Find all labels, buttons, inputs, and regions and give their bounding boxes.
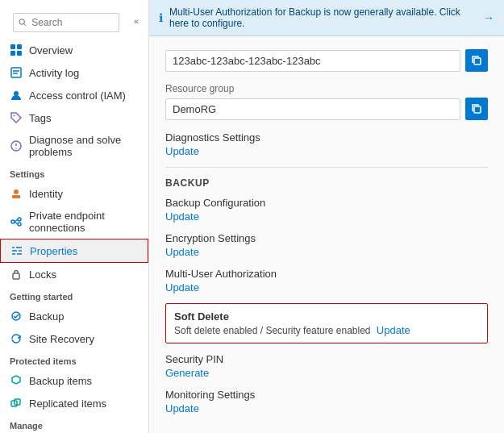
diagnostics-title: Diagnostics Settings <box>165 131 488 144</box>
sidebar-item-label: Access control (IAM) <box>29 90 126 102</box>
sidebar-item-label: Private endpoint connections <box>29 210 140 234</box>
sidebar-item-tags[interactable]: Tags <box>0 106 148 129</box>
svg-rect-15 <box>12 195 20 198</box>
sidebar-item-identity[interactable]: Identity <box>0 182 148 205</box>
encryption-update-link[interactable]: Update <box>165 246 199 258</box>
monitoring-section: Monitoring Settings Update <box>165 389 488 414</box>
security-pin-section: Security PIN Generate <box>165 353 488 379</box>
encryption-title: Encryption Settings <box>165 232 488 244</box>
overview-icon <box>10 44 23 56</box>
notification-bar[interactable]: ℹ Multi-User Authorization for Backup is… <box>149 0 504 36</box>
soft-delete-update-link[interactable]: Update <box>377 324 410 336</box>
identity-icon <box>10 187 23 200</box>
section-manage: Manage <box>0 414 148 433</box>
sidebar-item-label: Backup items <box>29 375 92 387</box>
resource-group-copy-button[interactable] <box>465 98 488 120</box>
multi-user-auth-section: Multi-User Authorization Update <box>165 268 488 294</box>
svg-point-17 <box>18 218 21 221</box>
diagnostics-update-link[interactable]: Update <box>165 145 199 157</box>
sidebar-item-backup-items[interactable]: Backup items <box>0 369 148 392</box>
svg-rect-2 <box>10 44 15 49</box>
activity-log-icon <box>10 66 23 79</box>
backup-items-icon <box>10 374 23 387</box>
sidebar-item-diagnose[interactable]: Diagnose and solve problems <box>0 129 148 163</box>
search-box[interactable] <box>13 13 119 32</box>
diagnostics-section: Diagnostics Settings Update <box>165 131 488 157</box>
multi-user-auth-title: Multi-User Authorization <box>165 268 488 280</box>
diagnose-icon <box>10 139 23 152</box>
tags-icon <box>10 111 23 124</box>
encryption-section: Encryption Settings Update <box>165 232 488 258</box>
svg-point-10 <box>14 115 15 117</box>
sidebar-item-label: Backup <box>29 310 64 323</box>
backup-icon <box>10 310 23 323</box>
svg-rect-3 <box>17 44 22 49</box>
svg-line-1 <box>23 23 26 26</box>
svg-point-13 <box>15 148 17 149</box>
sidebar-item-label: Properties <box>30 245 77 257</box>
sidebar-item-label: Overview <box>29 44 73 56</box>
svg-line-20 <box>15 222 18 224</box>
backup-config-update-link[interactable]: Update <box>165 210 199 223</box>
access-control-icon <box>10 89 23 102</box>
sidebar-item-access-control[interactable]: Access control (IAM) <box>0 84 148 106</box>
svg-point-18 <box>18 223 21 226</box>
sidebar: « Overview Activity log Access control (… <box>0 0 149 433</box>
private-endpoint-icon <box>10 215 23 228</box>
section-getting-started: Getting started <box>0 285 148 305</box>
info-icon: ℹ <box>159 11 163 24</box>
svg-rect-37 <box>474 106 481 113</box>
vault-id-value: 123abc-123abc-123abc-123abc <box>165 50 460 72</box>
backup-section-title: BACKUP <box>165 177 488 189</box>
sidebar-item-properties[interactable]: Properties <box>0 239 148 263</box>
svg-rect-27 <box>13 273 19 279</box>
svg-point-14 <box>14 189 19 194</box>
search-icon <box>19 18 27 27</box>
section-protected-items: Protected items <box>0 350 148 369</box>
vault-id-field: 123abc-123abc-123abc-123abc <box>165 49 488 72</box>
sidebar-item-label: Identity <box>29 188 63 200</box>
sidebar-item-activity-log[interactable]: Activity log <box>0 61 148 84</box>
sidebar-item-replicated-items[interactable]: Replicated items <box>0 392 148 414</box>
sidebar-item-backup[interactable]: Backup <box>0 305 148 327</box>
sidebar-item-label: Tags <box>29 112 51 124</box>
sidebar-item-locks[interactable]: Locks <box>0 263 148 285</box>
sidebar-item-site-recovery[interactable]: Site Recovery <box>0 327 148 350</box>
multi-user-auth-update-link[interactable]: Update <box>165 281 199 294</box>
backup-config-title: Backup Configuration <box>165 197 488 209</box>
vault-id-copy-button[interactable] <box>465 49 488 72</box>
security-pin-title: Security PIN <box>165 353 488 365</box>
backup-config-section: Backup Configuration Update <box>165 197 488 223</box>
monitoring-title: Monitoring Settings <box>165 389 488 401</box>
security-pin-generate-link[interactable]: Generate <box>165 367 209 379</box>
content-area: 123abc-123abc-123abc-123abc Resource gro… <box>149 36 504 433</box>
locks-icon <box>10 268 23 281</box>
sidebar-item-label: Diagnose and solve problems <box>29 134 140 158</box>
svg-rect-6 <box>11 68 21 77</box>
search-input[interactable] <box>31 17 114 28</box>
replicated-items-icon <box>10 397 23 410</box>
sidebar-item-label: Activity log <box>29 67 79 79</box>
svg-rect-5 <box>17 51 22 56</box>
resource-group-value: DemoRG <box>165 98 460 120</box>
properties-icon <box>10 244 23 257</box>
resource-group-field: Resource group DemoRG <box>165 83 488 120</box>
divider-1 <box>165 167 488 168</box>
section-settings: Settings <box>0 163 148 182</box>
svg-rect-4 <box>10 51 15 56</box>
sidebar-item-private-endpoint[interactable]: Private endpoint connections <box>0 205 148 239</box>
soft-delete-section: Soft Delete Soft delete enabled / Securi… <box>165 303 488 343</box>
sidebar-item-label: Site Recovery <box>29 333 94 345</box>
sidebar-item-label: Replicated items <box>29 398 106 410</box>
svg-rect-36 <box>474 58 481 65</box>
collapse-button[interactable]: « <box>129 16 144 26</box>
soft-delete-title: Soft Delete <box>174 310 479 323</box>
notification-text: Multi-User Authorization for Backup is n… <box>169 6 477 29</box>
soft-delete-description: Soft delete enabled / Security feature e… <box>174 324 479 336</box>
sidebar-item-overview[interactable]: Overview <box>0 39 148 61</box>
svg-point-16 <box>11 220 15 223</box>
sidebar-item-label: Locks <box>29 269 56 281</box>
monitoring-update-link[interactable]: Update <box>165 402 199 414</box>
site-recovery-icon <box>10 332 23 345</box>
notification-arrow[interactable]: → <box>483 11 494 24</box>
